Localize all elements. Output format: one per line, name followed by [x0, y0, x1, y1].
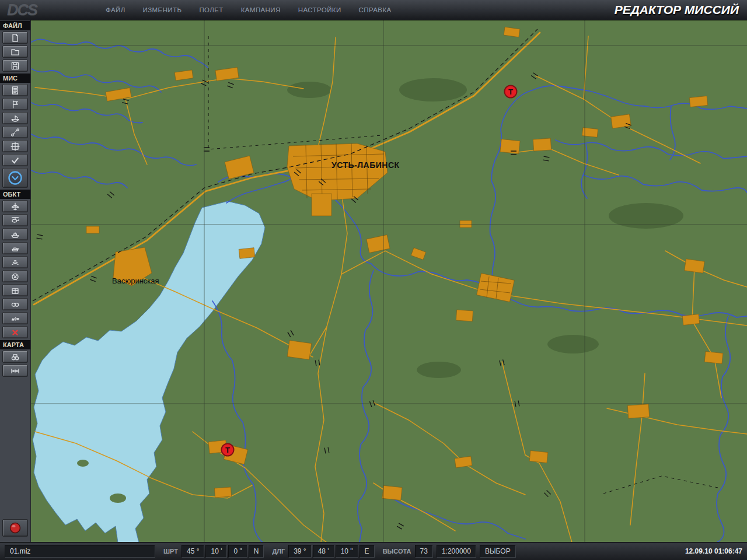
- new-file-icon: [11, 33, 20, 43]
- main-menu: ФАЙЛ ИЗМЕНИТЬ ПОЛЕТ КАМПАНИЯ НАСТРОЙКИ С…: [106, 6, 392, 13]
- toolbar-button-templates[interactable]: [2, 312, 28, 324]
- red-sphere-icon: [9, 522, 22, 534]
- toolbar-button-air-defense[interactable]: [2, 256, 28, 268]
- rings-icon: [11, 300, 20, 309]
- toolbar-button-zoom[interactable]: [2, 168, 28, 188]
- signal-waves-icon: [11, 258, 20, 267]
- document-icon: [11, 86, 20, 95]
- helicopter-icon: [11, 216, 20, 225]
- toolbar-button-route[interactable]: [2, 126, 28, 138]
- town-label-vasyurinskaya: Васюринская: [112, 276, 159, 285]
- airplane-icon: [11, 202, 20, 211]
- toolbar-button-vehicle[interactable]: [2, 242, 28, 254]
- map-scale-field[interactable]: 1:200000: [437, 545, 476, 558]
- toolbar-button-exclusion[interactable]: [2, 270, 28, 282]
- lon-label: ДЛГ: [272, 548, 285, 555]
- lat-deg-field[interactable]: 45 °: [181, 545, 204, 558]
- select-button[interactable]: ВЫБОР: [480, 545, 516, 558]
- red-x-icon: [11, 328, 20, 337]
- toolbar-button-record[interactable]: [2, 519, 28, 537]
- binoculars-icon: [11, 352, 20, 362]
- section-file: ФАЙЛ: [0, 21, 30, 30]
- menu-help[interactable]: СПРАВКА: [359, 6, 392, 13]
- toolbar-button-flag[interactable]: [2, 98, 28, 110]
- save-mission-button[interactable]: [2, 60, 28, 72]
- open-folder-icon: [11, 47, 20, 57]
- toolbar-button-static[interactable]: [2, 284, 28, 296]
- datetime-display: 12.09.10 01:06:47: [685, 547, 742, 555]
- lat-fields: 45 ° 10 ' 0 " N: [181, 545, 264, 558]
- lat-label: ШРТ: [163, 548, 178, 555]
- cargo-box-icon: [11, 286, 20, 295]
- toolbar-button-ship[interactable]: [2, 228, 28, 240]
- flag-icon: [11, 100, 20, 109]
- page-title: РЕДАКТОР МИССИЙ: [615, 3, 739, 17]
- section-map: КАРТА: [0, 340, 30, 349]
- menu-file[interactable]: ФАЙЛ: [106, 6, 125, 13]
- toolbar-button-check[interactable]: [2, 154, 28, 166]
- toolbar-button-document[interactable]: [2, 84, 28, 96]
- circle-x-icon: [11, 272, 20, 281]
- new-mission-button[interactable]: [2, 32, 28, 44]
- filename-text: 01.miz: [10, 547, 30, 555]
- status-bar: 01.miz ШРТ 45 ° 10 ' 0 " N ДЛГ 39 ° 48 '…: [0, 542, 747, 560]
- lat-hemisphere-field[interactable]: N: [249, 545, 264, 558]
- lon-deg-field[interactable]: 39 °: [288, 545, 311, 558]
- open-mission-button[interactable]: [2, 46, 28, 58]
- lon-min-field[interactable]: 48 ': [313, 545, 334, 558]
- save-icon: [11, 61, 20, 71]
- svg-text:Т: Т: [225, 446, 230, 454]
- lon-sec-field[interactable]: 10 ": [336, 545, 358, 558]
- svg-text:Т: Т: [508, 88, 513, 96]
- shapes-icon: [11, 314, 20, 323]
- ruler-icon: [11, 366, 20, 376]
- menu-campaign[interactable]: КАМПАНИЯ: [241, 6, 281, 13]
- lat-sec-field[interactable]: 0 ": [228, 545, 247, 558]
- section-mission: МИС: [0, 74, 30, 83]
- map-marker-north[interactable]: Т: [505, 86, 517, 98]
- toolbar-button-airplane[interactable]: [2, 200, 28, 212]
- toolbar-button-boat[interactable]: [2, 112, 28, 124]
- toolbar-button-zones[interactable]: [2, 298, 28, 310]
- toolbar-button-measure[interactable]: [2, 365, 28, 377]
- dcs-logo: DCS: [7, 1, 37, 19]
- map-area: УСТЬ-ЛАБИНСК Васюринская Т Т: [30, 20, 747, 542]
- tank-icon: [11, 244, 20, 253]
- toolbar-button-delete[interactable]: [2, 326, 28, 338]
- menu-settings[interactable]: НАСТРОЙКИ: [298, 6, 341, 13]
- route-icon: [11, 128, 20, 137]
- ship-icon: [11, 230, 20, 239]
- circle-chevron-down-icon: [6, 170, 24, 186]
- altitude-label: ВЫСОТА: [383, 548, 411, 555]
- toolbar-button-helicopter[interactable]: [2, 214, 28, 226]
- section-objects: ОБКТ: [0, 190, 30, 199]
- map-canvas[interactable]: УСТЬ-ЛАБИНСК Васюринская Т Т: [30, 20, 747, 542]
- lon-hemisphere-field[interactable]: E: [359, 545, 375, 558]
- lon-fields: 39 ° 48 ' 10 " E: [288, 545, 374, 558]
- tool-sidebar: ФАЙЛ МИС: [0, 20, 31, 542]
- check-icon: [11, 156, 20, 165]
- filename-field: 01.miz: [5, 545, 155, 558]
- boat-icon: [11, 114, 20, 123]
- toolbar-button-find[interactable]: [2, 351, 28, 363]
- menu-bar: DCS ФАЙЛ ИЗМЕНИТЬ ПОЛЕТ КАМПАНИЯ НАСТРОЙ…: [0, 0, 747, 20]
- map-marker-south[interactable]: Т: [222, 444, 234, 456]
- altitude-field[interactable]: 73: [415, 545, 433, 558]
- grid-cross-icon: [11, 142, 20, 151]
- city-label-ust-labinsk: УСТЬ-ЛАБИНСК: [331, 160, 400, 170]
- menu-flight[interactable]: ПОЛЕТ: [199, 6, 223, 13]
- toolbar-button-grid[interactable]: [2, 140, 28, 152]
- lat-min-field[interactable]: 10 ': [205, 545, 227, 558]
- menu-edit[interactable]: ИЗМЕНИТЬ: [143, 6, 182, 13]
- mission-editor-window: DCS ФАЙЛ ИЗМЕНИТЬ ПОЛЕТ КАМПАНИЯ НАСТРОЙ…: [0, 0, 747, 560]
